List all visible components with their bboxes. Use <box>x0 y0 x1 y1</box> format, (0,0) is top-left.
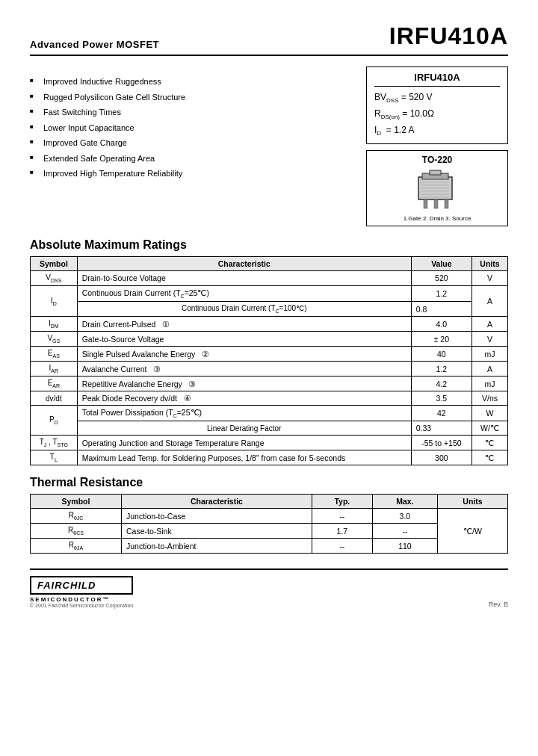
sym-tj: TJ , TSTG <box>31 436 78 450</box>
table-row: dv/dt Peak Diode Recovery dv/dt ④ 3.5 V/… <box>31 391 508 406</box>
sym-vgs: VGS <box>31 332 78 347</box>
logo-copy: © 2001 Fairchild Semiconductor Corporati… <box>30 603 133 608</box>
sym-id: ID <box>31 285 78 316</box>
char-dvdt: Peak Diode Recovery dv/dt ④ <box>77 391 411 406</box>
val-idm: 4.0 <box>411 317 471 332</box>
unit-id: A <box>471 285 507 316</box>
typ-rthja: -- <box>312 539 372 554</box>
unit-pd25: W <box>471 406 507 421</box>
max-rthcs: -- <box>372 524 437 539</box>
header-title: IRFU410A <box>389 22 508 50</box>
unit-thermal: ℃/W <box>437 509 507 554</box>
package-diagram <box>371 168 504 213</box>
abs-max-title: Absolute Maximum Ratings <box>30 238 508 252</box>
svg-rect-4 <box>434 199 438 208</box>
unit-idm: A <box>471 317 507 332</box>
char-rthja: Junction-to-Ambient <box>122 539 312 554</box>
val-ear: 4.2 <box>411 377 471 391</box>
sym-rthjc: RθJC <box>31 509 122 524</box>
val-id100: 0.8 <box>411 302 471 317</box>
feature-item: Lower Input Capacitance <box>30 120 353 136</box>
package-title: TO-220 <box>371 155 504 165</box>
max-rthjc: 3.0 <box>372 509 437 524</box>
unit-iar: A <box>471 362 507 377</box>
unit-vdss: V <box>471 270 507 285</box>
table-row: RθJA Junction-to-Ambient -- 110 <box>31 539 508 554</box>
val-pd-derating: 0.33 <box>411 421 471 436</box>
table-row: TL Maximum Lead Temp. for Soldering Purp… <box>31 450 508 465</box>
char-tj: Operating Junction and Storage Temperatu… <box>77 436 411 450</box>
val-eas: 40 <box>411 347 471 362</box>
thermal-table: Symbol Characteristic Typ. Max. Units Rθ… <box>30 494 508 554</box>
package-box: TO-220 <box>366 150 508 226</box>
sym-eas: EAS <box>31 347 78 362</box>
val-id25: 1.2 <box>411 285 471 301</box>
sym-rthcs: RθCS <box>31 524 122 539</box>
table-row: IDM Drain Current-Pulsed ① 4.0 A <box>31 317 508 332</box>
svg-rect-5 <box>445 199 448 208</box>
unit-vgs: V <box>471 332 507 347</box>
val-pd25: 42 <box>411 406 471 421</box>
to220-icon <box>407 170 467 211</box>
th-symbol: Symbol <box>31 495 122 509</box>
feature-item: Rugged Polysilicon Gate Cell Structure <box>30 90 353 105</box>
char-pd-derating: Linear Derating Factor <box>77 421 411 436</box>
feature-item: Improved High Temperature Reliability <box>30 166 353 182</box>
svg-rect-2 <box>430 170 441 175</box>
sym-iar: IAR <box>31 362 78 377</box>
val-iar: 1.2 <box>411 362 471 377</box>
logo-semi: SEMICONDUCTOR™ <box>30 596 133 603</box>
char-pd25: Total Power Dissipation (TC=25℃) <box>77 406 411 421</box>
table-row: Continuous Drain Current (TC=100℃) 0.8 <box>31 302 508 317</box>
sym-ear: EAR <box>31 377 78 391</box>
val-vgs: ± 20 <box>411 332 471 347</box>
fairchild-logo: FAIRCHILD SEMICONDUCTOR™ © 2001 Fairchil… <box>30 576 133 608</box>
feature-item: Extended Safe Operating Area <box>30 151 353 167</box>
rev-label: Rev. B <box>489 601 508 608</box>
typ-rthjc: -- <box>312 509 372 524</box>
sym-idm: IDM <box>31 317 78 332</box>
char-ear: Repetitive Avalanche Energy ③ <box>77 377 411 391</box>
table-row: RθCS Case-to-Sink 1.7 -- <box>31 524 508 539</box>
features-section: Improved Inductive Ruggedness Rugged Pol… <box>30 66 353 226</box>
char-rthcs: Case-to-Sink <box>122 524 312 539</box>
feature-item: Improved Inductive Ruggedness <box>30 74 353 90</box>
sym-tl: TL <box>31 450 78 465</box>
table-row: VGS Gate-to-Source Voltage ± 20 V <box>31 332 508 347</box>
char-id25: Continuous Drain Current (TC=25℃) <box>77 285 411 301</box>
unit-tl: ℃ <box>471 450 507 465</box>
spec-id: ID = 1.2 A <box>374 123 500 139</box>
val-tj: -55 to +150 <box>411 436 471 450</box>
unit-eas: mJ <box>471 347 507 362</box>
unit-dvdt: V/ns <box>471 391 507 406</box>
char-idm: Drain Current-Pulsed ① <box>77 317 411 332</box>
col-value: Value <box>411 256 471 270</box>
max-rthja: 110 <box>372 539 437 554</box>
table-row: Linear Derating Factor 0.33 W/℃ <box>31 421 508 436</box>
info-box: IRFU410A BVDSS = 520 V RDS(on) = 10.0Ω I… <box>366 66 508 226</box>
features-list: Improved Inductive Ruggedness Rugged Pol… <box>30 74 353 182</box>
th-max: Max. <box>372 495 437 509</box>
spec-box-title: IRFU410A <box>374 72 500 87</box>
val-tl: 300 <box>411 450 471 465</box>
spec-box: IRFU410A BVDSS = 520 V RDS(on) = 10.0Ω I… <box>366 66 508 144</box>
table-row: ID Continuous Drain Current (TC=25℃) 1.2… <box>31 285 508 301</box>
svg-rect-3 <box>424 199 427 208</box>
char-id100: Continuous Drain Current (TC=100℃) <box>77 302 411 317</box>
unit-ear: mJ <box>471 377 507 391</box>
th-typ: Typ. <box>312 495 372 509</box>
page-footer: FAIRCHILD SEMICONDUCTOR™ © 2001 Fairchil… <box>30 568 508 608</box>
feature-item: Fast Switching Times <box>30 105 353 120</box>
char-tl: Maximum Lead Temp. for Soldering Purpose… <box>77 450 411 465</box>
sym-pd: PD <box>31 406 78 436</box>
sym-dvdt: dv/dt <box>31 391 78 406</box>
val-vdss: 520 <box>411 270 471 285</box>
package-pin-label: 1.Gate 2. Drain 3. Source <box>371 215 504 222</box>
th-char: Characteristic <box>122 495 312 509</box>
sym-vdss: VDSS <box>31 270 78 285</box>
spec-bvdss: BVDSS = 520 V <box>374 90 500 106</box>
unit-pd-derating: W/℃ <box>471 421 507 436</box>
char-vdss: Drain-to-Source Voltage <box>77 270 411 285</box>
sym-rthja: RθJA <box>31 539 122 554</box>
table-row: EAS Single Pulsed Avalanche Energy ② 40 … <box>31 347 508 362</box>
